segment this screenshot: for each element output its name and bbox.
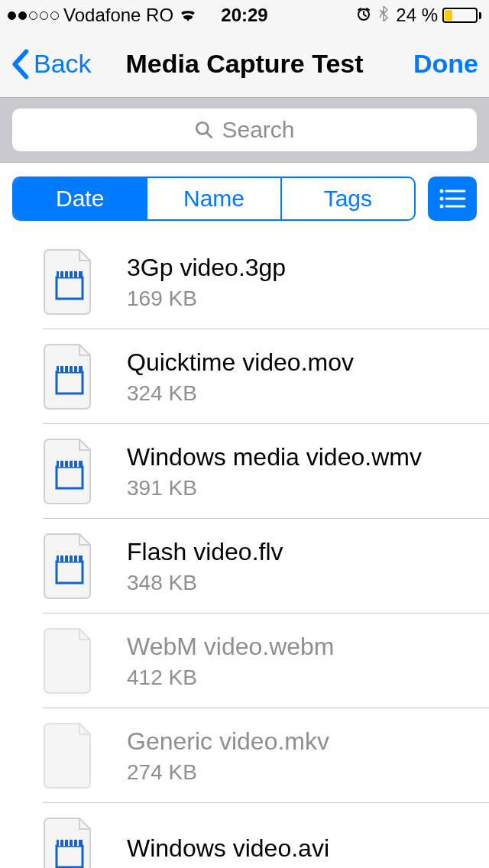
status-left: Vodafone RO (8, 5, 198, 26)
segment-date[interactable]: Date (14, 178, 147, 219)
list-item[interactable]: Windows video.avi (0, 803, 489, 868)
file-size: 391 KB (127, 476, 422, 500)
signal-dots-icon (8, 11, 59, 20)
blank-file-icon (43, 627, 96, 695)
file-name: WebM video.webm (127, 633, 335, 661)
list-item[interactable]: 3Gp video.3gp 169 KB (0, 235, 489, 329)
list-item[interactable]: Windows media video.wmv 391 KB (0, 424, 489, 519)
view-toggle-button[interactable] (428, 177, 477, 221)
segment-tags[interactable]: Tags (282, 178, 414, 219)
alarm-icon (356, 5, 371, 26)
list-item[interactable]: WebM video.webm 412 KB (0, 614, 489, 708)
list-item[interactable]: Flash video.flv 348 KB (0, 519, 489, 614)
battery-icon (442, 8, 481, 23)
carrier-label: Vodafone RO (63, 5, 173, 26)
done-button[interactable]: Done (413, 49, 478, 79)
file-name: Windows media video.wmv (127, 443, 422, 471)
filter-row: Date Name Tags (0, 163, 489, 235)
list-icon (439, 188, 466, 209)
file-name: Flash video.flv (127, 538, 283, 566)
navigation-bar: Back Media Capture Test Done (0, 31, 489, 98)
bluetooth-icon (376, 5, 391, 26)
video-file-icon (43, 248, 96, 316)
video-file-icon (43, 533, 96, 600)
chevron-left-icon (11, 49, 29, 79)
status-right: 24 % (356, 5, 481, 26)
svg-point-5 (440, 197, 444, 201)
file-size: 324 KB (127, 381, 354, 406)
list-item[interactable]: Quicktime video.mov 324 KB (0, 329, 489, 424)
sort-segmented-control: Date Name Tags (12, 177, 416, 221)
file-size: 348 KB (127, 571, 283, 595)
file-size: 169 KB (127, 287, 286, 311)
svg-line-2 (207, 132, 212, 138)
file-name: Generic video.mkv (127, 727, 329, 756)
file-list: 3Gp video.3gp 169 KB Quicktime video.mov… (0, 235, 489, 868)
video-file-icon (43, 438, 96, 505)
back-button[interactable]: Back (11, 49, 92, 79)
search-placeholder: Search (222, 117, 294, 143)
wifi-icon (178, 5, 198, 26)
video-file-icon (43, 343, 96, 410)
file-size: 412 KB (127, 666, 335, 690)
list-item[interactable]: Generic video.mkv 274 KB (0, 708, 489, 803)
segment-name[interactable]: Name (147, 178, 281, 219)
video-file-icon (43, 817, 96, 868)
search-bar-container: Search (0, 98, 489, 163)
file-name: 3Gp video.3gp (127, 254, 286, 282)
file-size: 274 KB (127, 760, 329, 785)
svg-point-7 (440, 205, 444, 209)
page-title: Media Capture Test (125, 49, 363, 79)
blank-file-icon (43, 722, 96, 789)
back-label: Back (34, 49, 92, 79)
search-input[interactable]: Search (12, 108, 477, 151)
search-icon (194, 120, 214, 140)
battery-percent: 24 % (396, 5, 438, 26)
file-name: Quicktime video.mov (127, 348, 354, 377)
file-name: Windows video.avi (127, 834, 329, 863)
status-time: 20:29 (221, 5, 267, 26)
status-bar: Vodafone RO 20:29 24 % (0, 0, 489, 31)
svg-point-3 (440, 189, 444, 193)
